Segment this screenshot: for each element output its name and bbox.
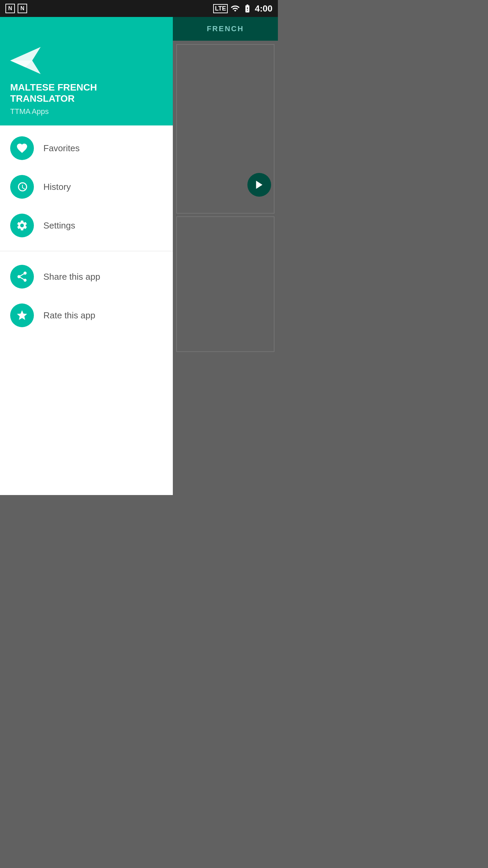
svg-marker-2: [256, 181, 263, 189]
battery-icon: [243, 4, 252, 13]
rate-icon-circle: [10, 303, 34, 327]
favorites-icon-circle: [10, 136, 34, 160]
status-bar-right: LTE 4:00: [213, 3, 272, 14]
right-panel-header: FRENCH: [173, 17, 278, 41]
status-bar-left: N N: [5, 4, 27, 13]
rate-label: Rate this app: [43, 310, 95, 321]
favorites-label: Favorites: [43, 143, 80, 154]
translate-button[interactable]: [247, 173, 271, 197]
notification-icon-2: N: [18, 4, 27, 13]
right-panel: FRENCH: [173, 17, 278, 495]
app-logo: [10, 46, 44, 75]
star-icon: [16, 309, 28, 321]
app-title: MALTESE FRENCH TRANSLATOR: [10, 82, 163, 104]
signal-icon: [230, 4, 240, 13]
menu-item-favorites[interactable]: Favorites: [0, 129, 173, 167]
menu-divider: [0, 251, 173, 251]
drawer-header: MALTESE FRENCH TRANSLATOR TTMA Apps: [0, 17, 173, 125]
drawer: MALTESE FRENCH TRANSLATOR TTMA Apps Favo…: [0, 17, 173, 495]
menu-item-rate[interactable]: Rate this app: [0, 296, 173, 335]
gear-icon: [16, 219, 28, 232]
menu-item-history[interactable]: History: [0, 167, 173, 206]
lte-badge: LTE: [213, 4, 228, 13]
status-bar: N N LTE 4:00: [0, 0, 278, 17]
main-container: MALTESE FRENCH TRANSLATOR TTMA Apps Favo…: [0, 17, 278, 495]
language-label: FRENCH: [207, 24, 244, 33]
translate-send-icon: [254, 179, 265, 190]
heart-icon: [16, 142, 28, 154]
menu-section-primary: Favorites History Settings: [0, 125, 173, 248]
settings-icon-circle: [10, 214, 34, 237]
output-area: [176, 216, 274, 352]
notification-icon-1: N: [5, 4, 15, 13]
share-icon: [16, 271, 28, 283]
app-subtitle: TTMA Apps: [10, 107, 163, 116]
share-label: Share this app: [43, 272, 100, 282]
share-icon-circle: [10, 265, 34, 289]
settings-label: Settings: [43, 220, 75, 231]
menu-section-secondary: Share this app Rate this app: [0, 254, 173, 338]
clock: 4:00: [255, 3, 272, 14]
menu-item-share[interactable]: Share this app: [0, 257, 173, 296]
history-label: History: [43, 182, 71, 192]
menu-item-settings[interactable]: Settings: [0, 206, 173, 245]
history-icon-circle: [10, 175, 34, 199]
right-panel-content: [173, 44, 278, 495]
clock-icon: [16, 181, 28, 193]
